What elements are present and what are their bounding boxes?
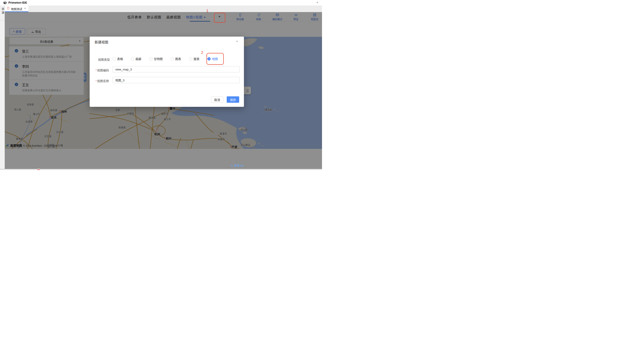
save-button[interactable]: 保存 xyxy=(227,96,239,103)
document-icon xyxy=(7,7,9,10)
app-logo-cube-icon xyxy=(3,1,7,5)
radio-circle-icon[interactable] xyxy=(171,57,174,60)
radio-circle-icon[interactable] xyxy=(112,57,116,60)
view-api-label: 查看Api xyxy=(234,163,244,167)
bottom-strip xyxy=(0,169,322,170)
document-tab-strip: 地图测试 × xyxy=(5,6,322,12)
collapse-chevron-icon[interactable]: < xyxy=(316,1,318,4)
radio-circle-icon[interactable] xyxy=(189,57,192,60)
radio-label: 表格 xyxy=(117,57,123,61)
new-view-dialog: 新建视图 × 视图类型 表格画廊甘特图图表报表地图 *视图编码 *视图名称 取消… xyxy=(90,37,244,107)
radio-circle-icon[interactable] xyxy=(149,57,152,60)
radio-label: 画廊 xyxy=(136,57,141,61)
view-name-label: *视图名称 xyxy=(93,79,109,83)
view-type-radio-group: 表格画廊甘特图图表报表地图 xyxy=(112,57,218,61)
radio-甘特图[interactable]: 甘特图 xyxy=(149,57,163,61)
radio-circle-icon[interactable] xyxy=(131,57,134,60)
tab-map-test[interactable]: 地图测试 × xyxy=(5,6,28,12)
resource-sidebar[interactable]: 资源 xyxy=(0,6,5,169)
annotation-step-1: 1 xyxy=(206,9,208,13)
annotation-step-2: 2 xyxy=(201,51,203,55)
radio-报表[interactable]: 报表 xyxy=(189,57,200,61)
app-title: Primeton-IDE xyxy=(8,1,27,4)
sidebar-divider xyxy=(0,20,5,21)
radio-表格[interactable]: 表格 xyxy=(112,57,123,61)
radio-label: 报表 xyxy=(194,57,200,61)
dialog-close-icon[interactable]: × xyxy=(236,39,238,43)
radio-画廊[interactable]: 画廊 xyxy=(131,57,141,61)
dialog-title: 新建视图 xyxy=(95,40,108,44)
close-icon[interactable]: × xyxy=(24,7,26,10)
tab-label: 地图测试 xyxy=(11,7,22,11)
annotation-box-map-radio xyxy=(206,53,224,65)
eye-icon: ◎ xyxy=(230,164,233,167)
view-code-input[interactable] xyxy=(112,66,240,73)
view-api-link[interactable]: ◎ 查看Api xyxy=(230,163,244,167)
radio-label: 图表 xyxy=(175,57,181,61)
annotation-box-add-view xyxy=(214,13,225,23)
required-mark: * xyxy=(96,79,97,83)
required-mark: * xyxy=(96,69,97,72)
title-bar: Primeton-IDE < xyxy=(0,0,322,6)
view-code-label: *视图编码 xyxy=(93,68,109,72)
radio-label: 甘特图 xyxy=(154,57,163,61)
cancel-button[interactable]: 取消 xyxy=(211,96,223,103)
view-type-label: 视图类型 xyxy=(98,57,110,62)
view-name-input[interactable] xyxy=(112,77,240,83)
sidebar-resource-label: 资源 xyxy=(0,8,5,15)
primeton-ide-window: Primeton-IDE < 地图测试 × 资源 低开表单默认视图画廊视图地图2… xyxy=(0,0,322,170)
radio-图表[interactable]: 图表 xyxy=(171,57,181,61)
